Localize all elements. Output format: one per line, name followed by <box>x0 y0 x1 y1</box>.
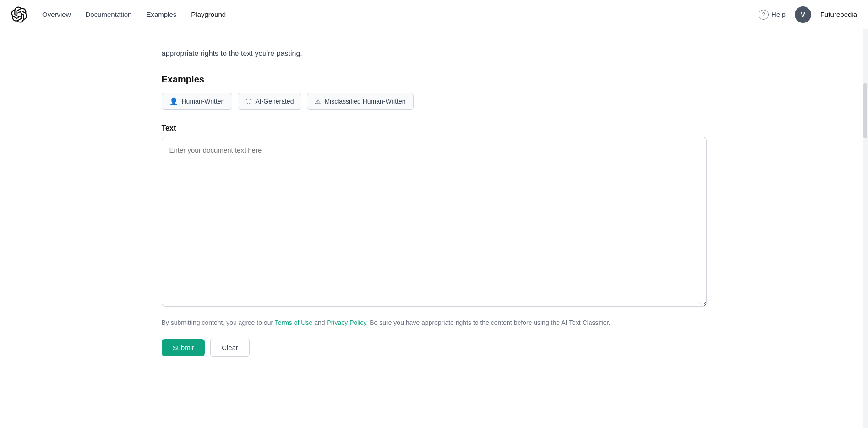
nav-links: Overview Documentation Examples Playgrou… <box>42 11 759 18</box>
nav-documentation[interactable]: Documentation <box>86 11 132 18</box>
ai-generated-label: AI-Generated <box>255 98 294 105</box>
navigation: Overview Documentation Examples Playgrou… <box>0 0 868 29</box>
partial-text: appropriate rights to the text you're pa… <box>162 48 707 60</box>
nav-playground[interactable]: Playground <box>191 11 226 18</box>
clear-button[interactable]: Clear <box>210 339 250 357</box>
scrollbar[interactable] <box>863 0 868 375</box>
nav-examples[interactable]: Examples <box>146 11 176 18</box>
submit-button[interactable]: Submit <box>162 339 205 356</box>
nav-right: ? Help V Futurepedia <box>759 6 857 23</box>
misclassified-icon: ⚠ <box>315 97 321 105</box>
text-heading: Text <box>162 124 707 132</box>
user-initial: V <box>801 11 805 18</box>
human-written-icon: 👤 <box>169 97 178 105</box>
nav-overview[interactable]: Overview <box>42 11 71 18</box>
text-section: Text ⤡ <box>162 124 707 308</box>
examples-row: 👤 Human-Written ⬡ AI-Generated ⚠ Misclas… <box>162 93 707 110</box>
example-human-written[interactable]: 👤 Human-Written <box>162 93 233 110</box>
disclaimer-suffix: . Be sure you have appropriate rights to… <box>366 319 610 326</box>
disclaimer: By submitting content, you agree to our … <box>162 318 707 328</box>
ai-generated-icon: ⬡ <box>246 97 251 105</box>
main-content: appropriate rights to the text you're pa… <box>143 29 725 375</box>
disclaimer-prefix: By submitting content, you agree to our <box>162 319 275 326</box>
action-buttons: Submit Clear <box>162 339 707 357</box>
example-misclassified[interactable]: ⚠ Misclassified Human-Written <box>307 93 413 110</box>
avatar[interactable]: V <box>795 6 811 23</box>
scrollbar-thumb[interactable] <box>863 83 867 138</box>
human-written-label: Human-Written <box>182 98 225 105</box>
help-button[interactable]: ? Help <box>759 10 786 20</box>
misclassified-label: Misclassified Human-Written <box>324 98 405 105</box>
terms-link[interactable]: Terms of Use <box>275 319 312 326</box>
text-area-wrapper: ⤡ <box>162 137 707 308</box>
help-label: Help <box>771 11 786 18</box>
example-ai-generated[interactable]: ⬡ AI-Generated <box>238 93 301 110</box>
disclaimer-and: and <box>312 319 327 326</box>
document-textarea[interactable] <box>162 137 707 307</box>
user-name: Futurepedia <box>820 11 857 18</box>
privacy-link[interactable]: Privacy Policy <box>327 319 366 326</box>
help-icon: ? <box>759 10 769 20</box>
logo[interactable] <box>11 6 27 23</box>
examples-heading: Examples <box>162 74 707 85</box>
examples-section: Examples 👤 Human-Written ⬡ AI-Generated … <box>162 74 707 110</box>
